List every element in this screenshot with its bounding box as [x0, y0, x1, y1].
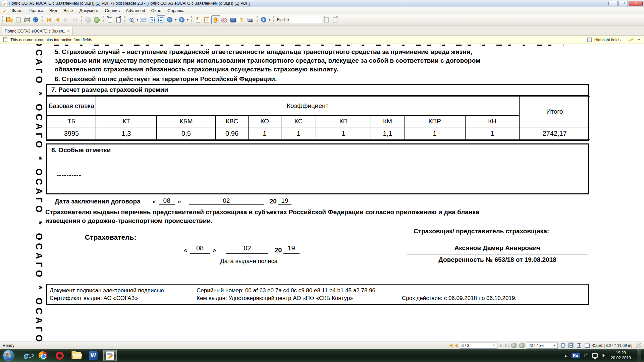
- taskbar-chrome[interactable]: [36, 350, 50, 361]
- first-page-icon: [47, 18, 51, 22]
- facing-layout-button[interactable]: [584, 343, 590, 348]
- taskbar-word[interactable]: W: [87, 350, 100, 361]
- print-button[interactable]: [22, 15, 31, 24]
- restore-button[interactable]: ❐: [619, 1, 628, 6]
- previous-view-button[interactable]: ‹: [84, 15, 92, 24]
- taskbar-clock[interactable]: 19:29 20.02.2019: [609, 351, 633, 361]
- highlighter-dropdown[interactable]: ▼: [638, 38, 640, 41]
- language-indicator[interactable]: Ru: [572, 353, 580, 358]
- show-desktop-button[interactable]: [637, 349, 641, 362]
- taskbar-explorer[interactable]: [70, 350, 83, 361]
- hand-tool-button[interactable]: ✋: [211, 15, 220, 24]
- rotate-view-forward-button[interactable]: [114, 15, 123, 24]
- minimize-button[interactable]: _: [608, 1, 618, 6]
- menu-file[interactable]: Файл: [9, 7, 25, 14]
- next-view-button[interactable]: ›: [92, 15, 101, 24]
- zoom-out-dropdown[interactable]: ▼: [174, 18, 177, 21]
- issue-month-field[interactable]: 02: [226, 244, 268, 254]
- toolbar-grip: [191, 16, 192, 23]
- taskbar-foxit-reader-active[interactable]: [103, 350, 117, 361]
- previous-page-button[interactable]: [455, 344, 458, 348]
- bookmarks-button[interactable]: [194, 15, 203, 24]
- fit-width-icon: ◂▸: [158, 17, 163, 22]
- conclusion-day-field[interactable]: 08: [159, 197, 175, 205]
- start-button[interactable]: [3, 350, 14, 361]
- conclusion-month-field[interactable]: 02: [189, 197, 264, 205]
- action-center-flag-icon[interactable]: ⚐: [584, 353, 588, 359]
- tray-expand-icon[interactable]: ▲: [564, 354, 568, 357]
- first-page-button[interactable]: [44, 15, 53, 24]
- highlight-fields-checkbox[interactable]: [587, 38, 592, 42]
- issue-year-field[interactable]: 19: [283, 244, 300, 254]
- reading-mode-button[interactable]: [220, 15, 229, 24]
- total-value-cell: 2742,17: [519, 127, 590, 140]
- snapshot-button[interactable]: [246, 15, 255, 24]
- status-bar: Ready 3 / 3 ▼ ‹ › 237.45% ▼ Файл: [8.27 …: [0, 342, 644, 349]
- menu-tools[interactable]: Сервис: [102, 7, 123, 14]
- menu-language[interactable]: Язык: [60, 7, 76, 14]
- single-page-layout-button[interactable]: [560, 343, 566, 348]
- fit-page-button[interactable]: ✥: [148, 15, 157, 24]
- zoom-level-combo[interactable]: 237.45% ▼: [527, 343, 558, 349]
- close-quote: »: [212, 246, 216, 254]
- menu-view[interactable]: Вид: [46, 7, 60, 14]
- fullscreen-icon: ⤢: [204, 17, 209, 22]
- properties-button[interactable]: i: [259, 15, 268, 24]
- select-text-button[interactable]: T: [237, 15, 246, 24]
- fit-width-button[interactable]: ◂▸: [157, 15, 165, 24]
- issue-day-field[interactable]: 08: [190, 244, 210, 254]
- close-button[interactable]: ✕: [629, 1, 643, 6]
- menu-document[interactable]: Документ: [76, 7, 102, 14]
- menu-edit[interactable]: Правка: [25, 7, 46, 14]
- next-view-button[interactable]: ›: [519, 343, 525, 348]
- menu-help[interactable]: Справка: [164, 7, 187, 14]
- last-page-button[interactable]: [70, 15, 79, 24]
- title-bar: Полис СОГАЗ еОСАГО с Заявлением (с ЭЦП) …: [0, 0, 644, 7]
- rotate-view-back-button[interactable]: [105, 15, 114, 24]
- signature-signed-line: Документ подписан электронной подписью.: [50, 287, 197, 294]
- issue-date-line: « 08 » 02 20 19: [181, 244, 300, 254]
- taskbar-opera[interactable]: [53, 350, 66, 361]
- search-button[interactable]: [229, 15, 237, 24]
- find-options-dropdown[interactable]: ▼: [287, 18, 289, 21]
- document-tab[interactable]: Полис СОГАЗ еОСАГО с Заявл.. ×: [2, 27, 72, 35]
- menu-advanced[interactable]: Advanced: [123, 7, 148, 14]
- actual-size-button[interactable]: 100%: [139, 15, 148, 24]
- zoom-in-button[interactable]: +: [177, 15, 186, 24]
- find-previous-button[interactable]: [322, 15, 331, 24]
- find-next-button[interactable]: [331, 15, 339, 24]
- save-button[interactable]: [14, 15, 22, 24]
- fullscreen-button[interactable]: ⤢: [203, 15, 211, 24]
- open-button[interactable]: [5, 15, 14, 24]
- zoom-tool-button[interactable]: +: [127, 15, 136, 24]
- conclusion-year-field[interactable]: 19: [278, 197, 291, 205]
- taskbar-internet-explorer[interactable]: e: [19, 350, 33, 361]
- find-input[interactable]: [290, 17, 322, 23]
- page-number-combo[interactable]: 3 / 3 ▼: [460, 343, 497, 349]
- osago-watermark: ОСАГО * ОСАГО * ОСАГО * ОСАГО * ОСАГО *: [34, 44, 44, 342]
- previous-view-button[interactable]: ‹: [511, 343, 517, 348]
- toolbar-grip: [81, 16, 82, 23]
- continuous-layout-button[interactable]: [568, 343, 574, 348]
- open-from-web-button[interactable]: [31, 15, 40, 24]
- menu-window[interactable]: Окно: [148, 7, 164, 14]
- continuous-facing-layout-button[interactable]: [576, 343, 582, 348]
- highlighter-icon[interactable]: [628, 38, 635, 42]
- network-icon[interactable]: [592, 353, 598, 358]
- pdf-page[interactable]: ОСАГО * ОСАГО * ОСАГО * ОСАГО * ОСАГО * …: [0, 44, 644, 342]
- zoom-in-dropdown[interactable]: ▼: [186, 18, 189, 21]
- next-page-button[interactable]: [62, 15, 70, 24]
- signature-validity-line: Срок действия: с 06.09.2018 по 06.10.201…: [402, 295, 587, 302]
- previous-page-button[interactable]: [53, 15, 62, 24]
- first-page-button[interactable]: [449, 344, 452, 348]
- tab-close-icon[interactable]: ×: [67, 29, 69, 34]
- document-system-icon[interactable]: [2, 8, 7, 13]
- volume-icon[interactable]: 🕩: [602, 353, 605, 358]
- last-page-button[interactable]: [505, 344, 508, 348]
- last-page-icon: [73, 18, 77, 22]
- properties-dropdown[interactable]: ▼: [268, 18, 271, 21]
- zoom-tool-dropdown[interactable]: ▼: [136, 18, 139, 21]
- file-size-info: Файл: [8.27 * 11.69 in]: [592, 343, 632, 348]
- next-page-button[interactable]: [500, 344, 502, 348]
- zoom-out-button[interactable]: −: [165, 15, 174, 24]
